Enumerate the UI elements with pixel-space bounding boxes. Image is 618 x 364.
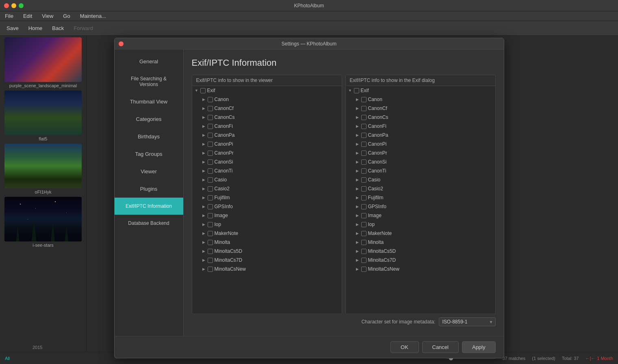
tree-row[interactable]: Image	[346, 211, 495, 220]
tree-row[interactable]: MinoltaCsNew	[192, 265, 342, 274]
tree-checkbox[interactable]	[361, 195, 366, 200]
expand-icon[interactable]	[356, 222, 360, 226]
tree-checkbox[interactable]	[361, 97, 366, 102]
expand-icon[interactable]	[202, 240, 206, 244]
tree-checkbox[interactable]	[361, 222, 366, 227]
expand-icon[interactable]	[356, 249, 360, 253]
sidebar-item-thumbnail-view[interactable]: Thumbnail View	[115, 93, 183, 110]
list-item[interactable]: oFI1Hyk	[2, 144, 85, 194]
tree-checkbox[interactable]	[208, 213, 213, 218]
expand-icon[interactable]	[202, 187, 206, 191]
tree-checkbox[interactable]	[208, 168, 213, 174]
tree-checkbox[interactable]	[361, 106, 366, 111]
expand-icon[interactable]	[356, 124, 360, 128]
expand-icon[interactable]	[356, 106, 360, 110]
tree-checkbox[interactable]	[208, 177, 213, 183]
tree-checkbox[interactable]	[208, 231, 213, 236]
tree-checkbox[interactable]	[361, 258, 366, 263]
status-all-link[interactable]: All	[5, 356, 10, 361]
expand-icon[interactable]	[202, 133, 206, 137]
dialog-close-button[interactable]	[119, 41, 124, 46]
sidebar-item-file-searching[interactable]: File Searching & Versions	[115, 70, 183, 93]
tree-row[interactable]: CanonPa	[192, 131, 342, 140]
tree-checkbox[interactable]	[361, 213, 366, 218]
tree-row[interactable]: CanonFi	[192, 122, 342, 131]
tree-checkbox[interactable]	[200, 88, 206, 93]
tree-row[interactable]: Iop	[346, 220, 495, 229]
tree-row[interactable]: Casio	[192, 175, 342, 184]
sidebar-item-exif-iptc[interactable]: Exif/IPTC Information	[115, 198, 183, 215]
tree-row[interactable]: MakerNote	[192, 229, 342, 238]
tree-checkbox[interactable]	[354, 88, 359, 93]
tree-row[interactable]: CanonTi	[346, 166, 495, 175]
expand-icon[interactable]	[356, 178, 360, 182]
list-item[interactable]: flat5	[2, 90, 85, 141]
expand-icon[interactable]	[202, 231, 206, 235]
expand-icon[interactable]	[356, 267, 360, 271]
tree-checkbox[interactable]	[361, 240, 366, 245]
expand-icon[interactable]	[202, 169, 206, 173]
tree-row[interactable]: Minolta	[192, 238, 342, 247]
expand-icon[interactable]	[356, 231, 360, 235]
tree-checkbox[interactable]	[208, 97, 213, 102]
tree-row[interactable]: CanonSi	[346, 157, 495, 166]
expand-icon[interactable]	[356, 142, 360, 146]
tree-checkbox[interactable]	[361, 204, 366, 209]
expand-icon[interactable]	[202, 258, 206, 262]
tree-row[interactable]: MakerNote	[346, 229, 495, 238]
expand-icon[interactable]	[202, 213, 206, 218]
expand-icon[interactable]	[356, 115, 360, 119]
tree-row[interactable]: CanonTi	[192, 166, 342, 175]
sidebar-item-tag-groups[interactable]: Tag Groups	[115, 145, 183, 163]
tree-checkbox[interactable]	[208, 249, 213, 254]
tree-checkbox[interactable]	[208, 106, 213, 111]
cancel-button[interactable]: Cancel	[422, 341, 459, 353]
expand-icon[interactable]	[202, 142, 206, 146]
tree-row[interactable]: GPSInfo	[346, 202, 495, 211]
tree-row[interactable]: Image	[192, 211, 342, 220]
list-item[interactable]: purple_scene_landscape_minimal	[2, 37, 85, 88]
sidebar-item-plugins[interactable]: Plugins	[115, 180, 183, 198]
tree-checkbox[interactable]	[361, 186, 366, 192]
sidebar-item-database-backend[interactable]: Database Backend	[115, 215, 183, 232]
tree-row[interactable]: Exif	[192, 86, 342, 95]
menu-view[interactable]: View	[40, 12, 55, 20]
tree-row[interactable]: CanonPi	[192, 140, 342, 149]
tree-row[interactable]: Fujifilm	[346, 193, 495, 202]
tree-checkbox[interactable]	[208, 222, 213, 227]
tree-checkbox[interactable]	[208, 159, 213, 165]
expand-icon[interactable]	[202, 222, 206, 226]
tree-row[interactable]: Canon	[192, 95, 342, 104]
tree-row[interactable]: CanonCf	[192, 104, 342, 113]
tree-row[interactable]: CanonCs	[346, 113, 495, 122]
expand-icon[interactable]	[202, 151, 206, 155]
list-item[interactable]: i-see-stars	[2, 197, 85, 248]
tree-row[interactable]: CanonPi	[346, 140, 495, 149]
tree-checkbox[interactable]	[361, 115, 366, 120]
toolbar-save[interactable]: Save	[5, 24, 20, 32]
tree-checkbox[interactable]	[361, 168, 366, 174]
tree-checkbox[interactable]	[208, 124, 213, 129]
expand-icon[interactable]	[356, 240, 360, 244]
expand-icon[interactable]	[356, 97, 360, 101]
sidebar-item-birthdays[interactable]: Birthdays	[115, 128, 183, 145]
tree-row[interactable]: CanonFi	[346, 122, 495, 131]
toolbar-forward[interactable]: Forward	[72, 24, 95, 32]
tree-checkbox[interactable]	[208, 267, 213, 272]
expand-icon[interactable]	[202, 196, 206, 200]
expand-icon[interactable]	[356, 205, 360, 209]
tree-row[interactable]: CanonCf	[346, 104, 495, 113]
expand-icon[interactable]	[356, 258, 360, 262]
expand-icon[interactable]	[356, 196, 360, 200]
close-button[interactable]	[4, 3, 9, 8]
tree-row[interactable]: Exif	[346, 86, 495, 95]
maximize-button[interactable]	[19, 3, 24, 8]
tree-checkbox[interactable]	[208, 186, 213, 192]
tree-row[interactable]: Casio2	[192, 184, 342, 193]
expand-icon[interactable]	[202, 97, 206, 101]
expand-icon[interactable]	[202, 115, 206, 119]
sidebar-item-categories[interactable]: Categories	[115, 110, 183, 128]
expand-icon[interactable]	[202, 160, 206, 164]
tree-checkbox[interactable]	[208, 133, 213, 138]
tree-row[interactable]: MinoltaCs5D	[346, 247, 495, 256]
